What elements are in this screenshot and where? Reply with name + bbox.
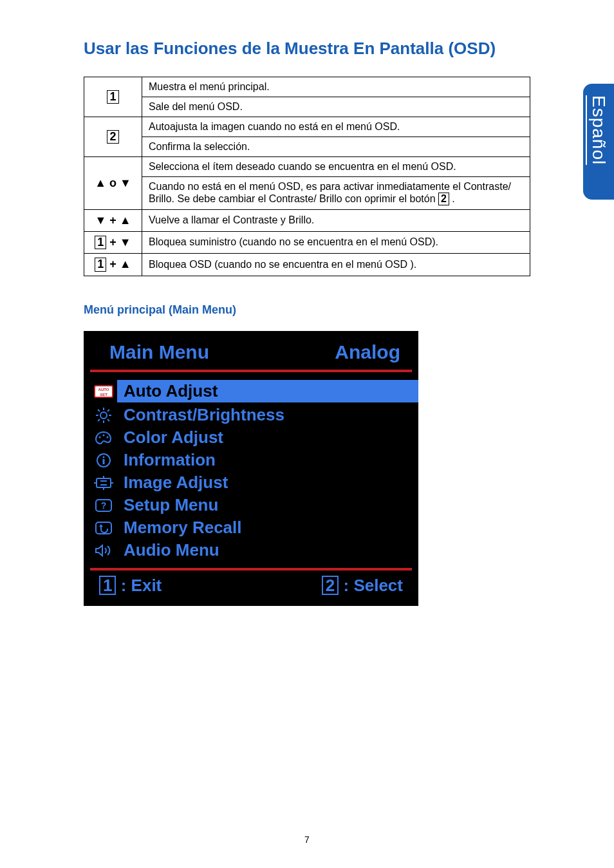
speaker-icon	[93, 542, 115, 559]
key-cell-1up: 1 + ▲	[84, 254, 142, 276]
svg-point-12	[99, 436, 101, 438]
page-number: 7	[0, 835, 614, 845]
svg-text:AUTO: AUTO	[98, 388, 109, 392]
osd-item-label: Audio Menu	[124, 540, 219, 560]
osd-item-setup-menu[interactable]: ? Setup Menu	[84, 494, 418, 516]
desc-6: Bloquea OSD (cuando no se encuentra en e…	[142, 254, 530, 276]
svg-point-13	[103, 434, 105, 436]
svg-text:SET: SET	[100, 393, 107, 397]
svg-marker-29	[96, 545, 102, 556]
svg-point-16	[103, 456, 105, 458]
osd-item-audio-menu[interactable]: Audio Menu	[84, 539, 418, 561]
osd-item-label: Image Adjust	[124, 473, 228, 493]
desc-1b: Sale del menú OSD.	[142, 97, 530, 117]
osd-item-contrast-brightness[interactable]: Contrast/Brightness	[84, 404, 418, 426]
svg-rect-17	[103, 459, 105, 464]
svg-point-14	[107, 436, 109, 438]
osd-panel: Main Menu Analog AUTOSET Auto Adjust Con…	[84, 331, 418, 606]
side-tab-label: Español	[588, 95, 609, 165]
palette-icon	[93, 429, 115, 446]
key-cell-both: ▼ + ▲	[84, 209, 142, 231]
key-cell-updown: ▲ o ▼	[84, 157, 142, 210]
desc-2a: Autoajusta la imagen cuando no está en e…	[142, 117, 530, 137]
osd-item-image-adjust[interactable]: Image Adjust	[84, 471, 418, 494]
desc-1a: Muestra el menú principal.	[142, 77, 530, 97]
osd-header: Main Menu Analog	[84, 337, 418, 370]
desc-4: Vuelve a llamar el Contraste y Brillo.	[142, 209, 530, 231]
osd-item-memory-recall[interactable]: Memory Recall	[84, 516, 418, 539]
desc-2b: Confirma la selección.	[142, 137, 530, 157]
osd-list: AUTOSET Auto Adjust Contrast/Brightness …	[84, 372, 418, 568]
brightness-icon	[93, 407, 115, 424]
osd-title-left: Main Menu	[109, 341, 209, 363]
image-adjust-icon	[93, 475, 115, 491]
language-side-tab: Español	[583, 84, 614, 200]
osd-item-label: Color Adjust	[124, 428, 223, 448]
svg-marker-28	[99, 524, 103, 527]
page-title: Usar las Funciones de la Muestra En Pant…	[84, 39, 530, 59]
osd-exit-hint: 1 : Exit	[99, 576, 162, 596]
svg-rect-18	[97, 478, 111, 487]
key-2-inline: 2	[438, 193, 449, 205]
desc-3b: Cuando no está en el menú OSD, es para a…	[142, 177, 530, 210]
osd-item-color-adjust[interactable]: Color Adjust	[84, 426, 418, 449]
desc-5: Bloquea suministro (cuando no se encuent…	[142, 231, 530, 254]
osd-item-label: Contrast/Brightness	[124, 405, 284, 425]
svg-text:?: ?	[101, 500, 107, 511]
osd-item-label: Setup Menu	[124, 495, 218, 515]
auto-set-icon: AUTOSET	[93, 383, 115, 400]
key-2-box: 2	[107, 130, 118, 144]
key-cell-1down: 1 + ▼	[84, 231, 142, 254]
key-1-box: 1	[107, 90, 118, 104]
key-cell-2: 2	[84, 117, 142, 157]
svg-line-9	[107, 419, 109, 421]
svg-point-3	[100, 412, 107, 419]
osd-item-information[interactable]: Information	[84, 449, 418, 471]
osd-item-label: Auto Adjust	[124, 381, 218, 401]
osd-item-label: Memory Recall	[124, 518, 242, 538]
osd-select-hint: 2 : Select	[322, 576, 403, 596]
functions-table: 1 Muestra el menú principal. Sale del me…	[84, 77, 530, 276]
osd-title-right: Analog	[335, 341, 400, 363]
osd-footer: 1 : Exit 2 : Select	[84, 571, 418, 598]
osd-item-label: Information	[124, 450, 216, 470]
svg-line-10	[98, 419, 100, 421]
question-icon: ?	[93, 497, 115, 514]
svg-line-11	[107, 410, 109, 411]
subheading: Menú principal (Main Menu)	[84, 303, 530, 317]
recall-icon	[93, 520, 115, 536]
svg-line-8	[98, 410, 100, 411]
key-cell-1: 1	[84, 77, 142, 117]
osd-item-auto-adjust[interactable]: AUTOSET Auto Adjust	[84, 379, 418, 404]
desc-3a: Selecciona el ítem deseado cuando se enc…	[142, 157, 530, 177]
info-icon	[93, 452, 115, 469]
